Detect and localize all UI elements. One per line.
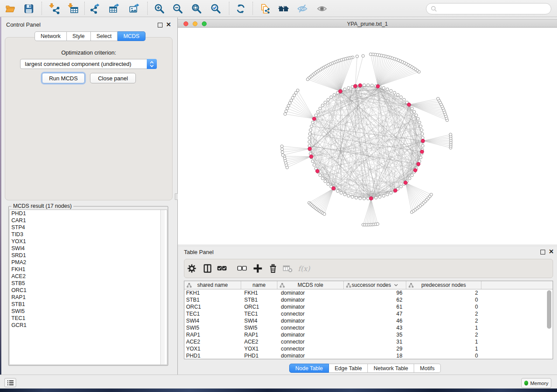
search-input[interactable] xyxy=(426,3,551,14)
column-header-predecessor-nodes[interactable]: predecessor nodes xyxy=(406,281,481,289)
mcds-result-item[interactable]: TID3 xyxy=(10,231,167,238)
import-network-button[interactable] xyxy=(46,1,62,16)
cell-name[interactable]: SWI4 xyxy=(241,317,277,324)
close-panel-button[interactable]: Close panel xyxy=(90,73,136,83)
cell-succ[interactable]: 18 xyxy=(344,352,406,359)
table-row[interactable]: ORC1ORC1dominator610 xyxy=(184,303,553,310)
cell-pred[interactable]: 0 xyxy=(406,296,481,303)
network-node[interactable] xyxy=(330,96,333,99)
tab-motifs[interactable]: Motifs xyxy=(414,364,440,373)
control-panel-float-button[interactable] xyxy=(158,23,163,28)
network-node[interactable] xyxy=(421,144,424,148)
cell-succ[interactable]: 35 xyxy=(344,331,406,338)
network-node[interactable] xyxy=(374,196,377,199)
tab-edge-table[interactable]: Edge Table xyxy=(329,364,368,373)
network-node[interactable] xyxy=(367,84,370,87)
network-node-dominator[interactable] xyxy=(358,84,362,87)
show-columns-button[interactable] xyxy=(202,263,213,274)
cell-shared[interactable]: SWI5 xyxy=(184,324,241,331)
network-node[interactable] xyxy=(430,193,433,196)
save-session-button[interactable] xyxy=(21,1,37,16)
refresh-button[interactable] xyxy=(233,1,249,16)
network-node[interactable] xyxy=(382,86,385,89)
cell-shared[interactable]: RAP1 xyxy=(184,331,241,338)
column-header-name[interactable]: name xyxy=(241,281,277,289)
network-node[interactable] xyxy=(286,107,289,110)
cell-role[interactable]: dominator xyxy=(277,289,344,296)
network-node[interactable] xyxy=(324,180,327,183)
network-node[interactable] xyxy=(382,194,385,197)
cell-role[interactable]: dominator xyxy=(277,303,344,310)
network-node[interactable] xyxy=(351,196,354,199)
network-node[interactable] xyxy=(310,125,313,128)
cell-pred[interactable]: 2 xyxy=(406,289,481,296)
network-node[interactable] xyxy=(400,96,403,99)
mcds-result-item[interactable]: PHD1 xyxy=(10,210,167,217)
tab-select[interactable]: Select xyxy=(91,31,118,41)
network-node[interactable] xyxy=(343,193,346,196)
tab-style[interactable]: Style xyxy=(67,31,91,41)
cell-shared[interactable]: TEC1 xyxy=(184,310,241,317)
network-node[interactable] xyxy=(419,125,422,128)
network-node[interactable] xyxy=(420,129,423,132)
network-node[interactable] xyxy=(317,110,320,113)
network-node[interactable] xyxy=(415,114,418,117)
network-node-dominator[interactable] xyxy=(309,155,313,158)
cell-name[interactable]: TEC1 xyxy=(241,310,277,317)
mcds-result-item[interactable]: ACE2 xyxy=(10,273,167,280)
cell-pred[interactable]: 1 xyxy=(406,338,481,345)
cell-name[interactable]: FKH1 xyxy=(241,289,277,296)
cell-name[interactable]: YOX1 xyxy=(241,345,277,352)
network-node[interactable] xyxy=(390,192,393,195)
network-node[interactable] xyxy=(359,197,362,200)
network-node-dominator[interactable] xyxy=(404,181,407,184)
network-node-dominator[interactable] xyxy=(407,103,411,107)
mcds-result-item[interactable]: RAP1 xyxy=(10,294,167,301)
cell-pred[interactable]: 2 xyxy=(406,317,481,324)
cell-shared[interactable]: SWI4 xyxy=(184,317,241,324)
network-node[interactable] xyxy=(386,193,389,196)
cell-role[interactable]: dominator xyxy=(277,317,344,324)
tab-node-table[interactable]: Node Table xyxy=(289,364,329,373)
network-node[interactable] xyxy=(281,154,284,157)
network-node[interactable] xyxy=(378,196,381,199)
table-row[interactable]: ACE2ACE2connector311 xyxy=(184,338,553,345)
network-node[interactable] xyxy=(336,189,339,193)
cell-name[interactable]: SWI5 xyxy=(241,324,277,331)
memory-button[interactable]: Memory xyxy=(521,378,551,388)
network-node-dominator[interactable] xyxy=(353,84,357,88)
cell-shared[interactable]: ORC1 xyxy=(184,303,241,310)
network-node[interactable] xyxy=(308,137,311,140)
network-node-dominator[interactable] xyxy=(421,139,425,143)
network-node[interactable] xyxy=(280,145,284,148)
network-node[interactable] xyxy=(363,197,366,200)
network-node[interactable] xyxy=(413,110,416,113)
network-node[interactable] xyxy=(306,78,309,81)
network-node[interactable] xyxy=(313,164,316,167)
network-node[interactable] xyxy=(386,88,389,91)
cell-name[interactable]: RAP1 xyxy=(241,331,277,338)
network-node[interactable] xyxy=(436,97,439,100)
tab-network[interactable]: Network xyxy=(35,31,67,41)
network-node[interactable] xyxy=(291,96,294,100)
network-node[interactable] xyxy=(396,93,399,96)
cell-role[interactable]: dominator xyxy=(277,296,344,303)
table-row[interactable]: SWI5SWI5connector431 xyxy=(184,324,553,331)
cell-shared[interactable]: ACE2 xyxy=(184,338,241,345)
network-node[interactable] xyxy=(319,107,322,110)
export-table-button[interactable] xyxy=(107,1,122,16)
network-node-dominator[interactable] xyxy=(332,186,335,190)
network-node[interactable] xyxy=(285,110,288,113)
cell-succ[interactable]: 46 xyxy=(344,317,406,324)
network-node[interactable] xyxy=(319,174,322,177)
zoom-selected-button[interactable] xyxy=(208,1,224,16)
network-node[interactable] xyxy=(347,86,350,89)
table-row[interactable]: RAP1RAP1dominator352 xyxy=(184,331,553,338)
cell-succ[interactable]: 61 xyxy=(344,303,406,310)
network-node[interactable] xyxy=(411,107,414,110)
mcds-result-item[interactable]: SWI4 xyxy=(10,245,167,252)
network-node[interactable] xyxy=(369,53,372,56)
network-node[interactable] xyxy=(311,121,315,124)
network-node[interactable] xyxy=(340,192,343,195)
cell-succ[interactable]: 96 xyxy=(344,289,406,296)
